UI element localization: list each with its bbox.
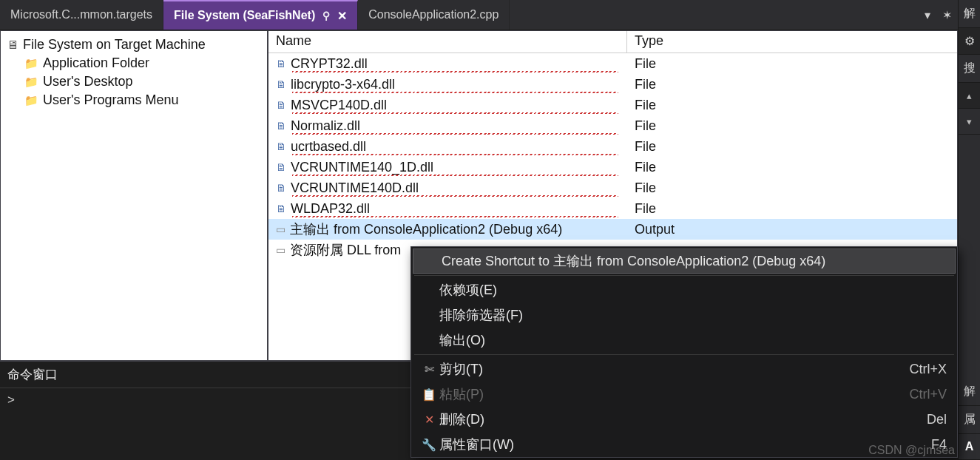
tree-item-label: File System on Target Machine xyxy=(23,37,206,53)
menu-separator xyxy=(414,275,954,276)
output-icon: ▭ xyxy=(276,223,285,235)
menu-separator xyxy=(414,354,954,355)
menu-item-paste: 📋 粘贴(P) Ctrl+V xyxy=(411,382,957,407)
folder-icon: 📁 xyxy=(24,57,38,70)
tab-consoleapplication2-cpp[interactable]: ConsoleApplication2.cpp xyxy=(358,0,510,30)
list-item-name: ucrtbased.dll xyxy=(291,139,366,155)
list-row[interactable]: 🗎WLDAP32.dllFile xyxy=(268,198,957,219)
list-row[interactable]: 🗎ucrtbased.dllFile xyxy=(268,136,957,157)
menu-item-dependencies[interactable]: 依赖项(E) xyxy=(411,277,957,302)
list-item-type: File xyxy=(627,77,957,92)
menu-item-outputs[interactable]: 输出(O) xyxy=(411,328,957,353)
sidebar-stub-expand[interactable]: ▾ xyxy=(959,109,980,135)
file-icon: 🗎 xyxy=(276,141,286,152)
list-item-type: File xyxy=(627,139,957,155)
list-item-name: libcrypto-3-x64.dll xyxy=(291,77,395,92)
tree-item-label: User's Programs Menu xyxy=(43,92,179,108)
sidebar-stub-collapse[interactable]: ▴ xyxy=(959,83,980,109)
file-icon: 🗎 xyxy=(276,78,286,90)
list-item-name: 主输出 from ConsoleApplication2 (Debug x64) xyxy=(290,220,562,238)
cut-icon: ✄ xyxy=(419,362,439,376)
file-icon: 🗎 xyxy=(276,120,286,132)
close-icon[interactable]: ✕ xyxy=(337,9,347,23)
column-header-name[interactable]: Name xyxy=(268,31,627,53)
list-item-type: File xyxy=(627,201,957,217)
file-icon: 🗎 xyxy=(276,203,286,214)
file-icon: 🗎 xyxy=(276,99,286,111)
tab-label: Microsoft.C...mmon.targets xyxy=(10,8,152,21)
menu-item-exclude-filter[interactable]: 排除筛选器(F) xyxy=(411,302,957,328)
list-row[interactable]: 🗎libcrypto-3-x64.dllFile xyxy=(268,74,957,95)
tabs-overflow-dropdown[interactable]: ▾ xyxy=(919,0,936,30)
output-icon: ▭ xyxy=(276,244,285,256)
menu-item-label: 粘贴(P) xyxy=(439,385,902,403)
tab-label: ConsoleApplication2.cpp xyxy=(368,8,499,21)
file-icon: 🗎 xyxy=(276,182,286,194)
list-item-name: Normaliz.dll xyxy=(291,118,360,134)
sidebar-stub-gear[interactable]: ⚙ xyxy=(959,28,980,55)
menu-item-label: 排除筛选器(F) xyxy=(439,306,947,324)
menu-item-label: 输出(O) xyxy=(439,331,947,349)
tab-file-system[interactable]: File System (SeaFishNet) ⚲ ✕ xyxy=(163,0,358,30)
menu-item-label: 依赖项(E) xyxy=(439,281,947,299)
paste-icon: 📋 xyxy=(419,388,439,402)
list-row[interactable]: 🗎CRYPT32.dllFile xyxy=(268,53,957,74)
chevron-down-icon: ▾ xyxy=(967,116,972,127)
sidebar-stub-properties[interactable]: 属 xyxy=(959,406,980,434)
column-header-type[interactable]: Type xyxy=(627,31,957,53)
list-row[interactable]: 🗎MSVCP140D.dllFile xyxy=(268,95,957,115)
wrench-icon: 🔧 xyxy=(419,438,439,452)
list-row[interactable]: 🗎VCRUNTIME140_1D.dllFile xyxy=(268,157,957,177)
gear-icon: ✶ xyxy=(942,8,952,22)
sidebar-stub-solution[interactable]: 解 xyxy=(959,378,980,406)
menu-item-label: 删除(D) xyxy=(439,410,902,428)
tab-microsoft-common-targets[interactable]: Microsoft.C...mmon.targets xyxy=(0,0,163,30)
pin-icon[interactable]: ⚲ xyxy=(322,10,330,21)
menu-item-create-shortcut[interactable]: Create Shortcut to 主输出 from ConsoleAppli… xyxy=(413,248,956,274)
tab-label: File System (SeaFishNet) xyxy=(174,9,315,22)
list-row[interactable]: ▭主输出 from ConsoleApplication2 (Debug x64… xyxy=(268,219,957,240)
list-item-type: File xyxy=(627,160,957,175)
menu-item-accelerator: Ctrl+V xyxy=(902,387,947,402)
delete-icon: ✕ xyxy=(419,413,439,427)
list-item-name: VCRUNTIME140_1D.dll xyxy=(291,160,433,175)
list-item-name: VCRUNTIME140D.dll xyxy=(291,180,419,196)
sidebar-stub-search[interactable]: 搜 xyxy=(959,55,980,83)
tree-item-root[interactable]: 🖥 File System on Target Machine xyxy=(7,35,261,54)
list-row[interactable]: 🗎Normaliz.dllFile xyxy=(268,115,957,136)
machine-icon: 🖥 xyxy=(7,38,18,52)
list-item-name: MSVCP140D.dll xyxy=(291,98,387,113)
file-icon: 🗎 xyxy=(276,161,286,173)
folder-icon: 📁 xyxy=(24,75,38,89)
file-icon: 🗎 xyxy=(276,58,286,70)
sidebar-stub-solution-explorer[interactable]: 解 xyxy=(959,0,980,28)
list-item-name: CRYPT32.dll xyxy=(291,56,368,72)
sidebar-stub-a[interactable]: A xyxy=(959,434,980,460)
list-item-type: Output xyxy=(627,222,957,237)
tree-item-application-folder[interactable]: 📁 Application Folder xyxy=(7,54,261,72)
menu-item-accelerator: Del xyxy=(902,412,947,427)
list-item-type: File xyxy=(627,118,957,134)
right-sidebar: 解 ⚙ 搜 ▴ ▾ 解 属 A xyxy=(958,0,980,460)
chevron-up-icon: ▴ xyxy=(967,90,972,101)
menu-item-label: 剪切(T) xyxy=(439,360,902,378)
tree-item-label: User's Desktop xyxy=(43,74,132,89)
tree-item-users-programs-menu[interactable]: 📁 User's Programs Menu xyxy=(7,91,261,109)
tree-item-label: Application Folder xyxy=(43,55,149,71)
list-item-type: File xyxy=(627,180,957,196)
chevron-down-icon: ▾ xyxy=(925,8,930,22)
tree-item-users-desktop[interactable]: 📁 User's Desktop xyxy=(7,72,261,91)
menu-item-delete[interactable]: ✕ 删除(D) Del xyxy=(411,407,957,432)
context-menu: Create Shortcut to 主输出 from ConsoleAppli… xyxy=(410,246,958,458)
list-item-type: File xyxy=(627,98,957,113)
menu-item-label: 属性窗口(W) xyxy=(439,436,902,453)
menu-item-cut[interactable]: ✄ 剪切(T) Ctrl+X xyxy=(411,356,957,382)
menu-item-properties-window[interactable]: 🔧 属性窗口(W) F4 xyxy=(411,432,957,457)
menu-item-label: Create Shortcut to 主输出 from ConsoleAppli… xyxy=(442,252,944,270)
list-item-type: File xyxy=(627,56,957,72)
menu-item-accelerator: Ctrl+X xyxy=(902,362,947,377)
list-row[interactable]: 🗎VCRUNTIME140D.dllFile xyxy=(268,177,957,198)
list-item-name: WLDAP32.dll xyxy=(291,201,370,217)
folder-tree-pane: 🖥 File System on Target Machine 📁 Applic… xyxy=(0,30,268,361)
tab-settings-gear[interactable]: ✶ xyxy=(936,0,958,30)
